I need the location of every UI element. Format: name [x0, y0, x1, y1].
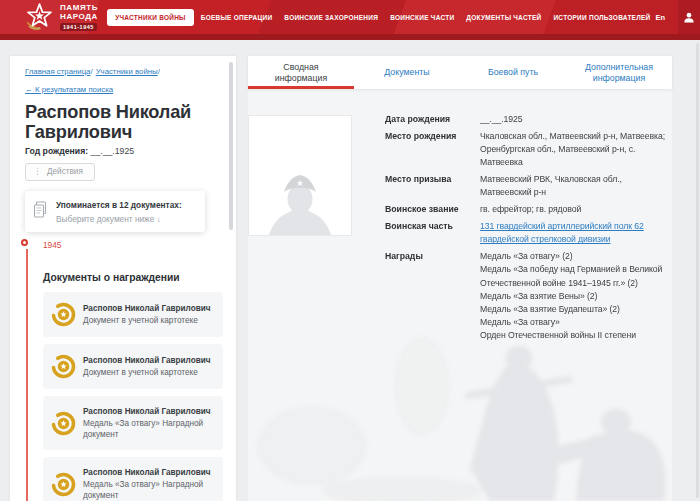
tab-label: Дополнительная информация — [574, 62, 664, 84]
document-card[interactable]: Распопов Николай Гаврилович Документ в у… — [43, 292, 223, 337]
tab[interactable]: Дополнительная информация — [566, 56, 672, 89]
document-card[interactable]: Распопов Николай Гаврилович Медаль «За о… — [43, 457, 223, 501]
tab-label: Документы — [384, 67, 429, 78]
birth-year-value: __.__.1925 — [91, 146, 134, 156]
document-title: Распопов Николай Гаврилович — [83, 355, 211, 366]
info-label: Место рождения — [385, 130, 480, 169]
info-value: Медаль «За отвагу» (2) Медаль «За победу… — [480, 250, 675, 341]
document-list: Распопов Николай Гаврилович Документ в у… — [43, 292, 223, 501]
sidebar-scrollbar[interactable] — [229, 62, 233, 230]
nav-item[interactable]: ВОИНСКИЕ ЗАХОРОНЕНИЯ — [279, 10, 383, 25]
tab[interactable]: Документы — [354, 56, 460, 89]
mentions-card: Упоминается в 12 документах: Выберите до… — [25, 191, 205, 232]
breadcrumb-separator: / — [158, 67, 160, 76]
document-title: Распопов Николай Гаврилович — [83, 303, 211, 314]
document-card[interactable]: Распопов Николай Гаврилович Медаль «За о… — [43, 396, 223, 450]
info-value: __.__.1925 — [480, 113, 675, 126]
document-subtitle: Документ в учетной картотеке — [83, 367, 211, 378]
summary-info-table: Дата рождения __.__.1925 Место рождения … — [385, 113, 675, 346]
info-label: Дата рождения — [385, 113, 480, 126]
info-label: Награды — [385, 250, 480, 341]
tab-label: Сводная информация — [256, 62, 346, 84]
user-menu-button[interactable] — [678, 0, 700, 34]
faded-soldiers-background-image — [248, 326, 672, 501]
document-card[interactable]: Распопов Николай Гаврилович Документ в у… — [43, 344, 223, 389]
nav-item[interactable]: ДОКУМЕНТЫ ЧАСТЕЙ — [461, 10, 546, 25]
timeline-line — [26, 249, 28, 501]
info-row: Место призыва Матвеевский РВК, Чкаловска… — [385, 173, 675, 199]
breadcrumb-separator: / — [90, 67, 92, 76]
mentions-subtitle: Выберите документ ниже ↓ — [56, 214, 182, 224]
medal-icon — [51, 302, 76, 327]
nav-item[interactable]: ИСТОРИИ ПОЛЬЗОВАТЕЛЕЙ — [548, 10, 655, 25]
page: ПАМЯТЬ НАРОДА 1941-1945 УЧАСТНИКИ ВОЙНЫБ… — [0, 0, 700, 501]
timeline-dot — [21, 239, 28, 246]
birth-year: Год рождения: __.__.1925 — [25, 146, 224, 156]
info-row: Дата рождения __.__.1925 — [385, 113, 675, 126]
info-row: Воинское звание гв. ефрейтор; гв. рядово… — [385, 203, 675, 216]
documents-icon — [33, 201, 48, 218]
actions-button-label: Действия — [47, 167, 83, 176]
awards-section-title: Документы о награждении — [43, 272, 224, 283]
logo-years-badge: 1941-1945 — [60, 23, 97, 31]
star-logo-icon — [24, 2, 55, 32]
document-title: Распопов Николай Гаврилович — [83, 467, 217, 478]
nav-item[interactable]: УЧАСТНИКИ ВОЙНЫ — [107, 9, 194, 26]
document-subtitle: Медаль «За отвагу» Наградной документ — [83, 479, 217, 501]
logo-text: ПАМЯТЬ НАРОДА 1941-1945 — [60, 3, 98, 31]
info-value: Чкаловская обл., Матвеевский р-н, Матвее… — [480, 130, 675, 169]
tab-label: Боевой путь — [488, 67, 538, 78]
soldier-silhouette-icon — [267, 159, 333, 235]
user-icon — [683, 11, 695, 24]
photo-placeholder — [248, 115, 352, 236]
info-row: Место рождения Чкаловская обл., Матвеевс… — [385, 130, 675, 169]
page-scrollbar[interactable] — [696, 43, 699, 498]
header: ПАМЯТЬ НАРОДА 1941-1945 УЧАСТНИКИ ВОЙНЫБ… — [0, 0, 700, 40]
tab[interactable]: Сводная информация — [248, 56, 354, 89]
timeline-year: 1945 — [43, 240, 61, 250]
sidebar: Главная страница/Участники войны/ ← К ре… — [10, 56, 236, 501]
info-value: Матвеевский РВК, Чкаловская обл., Матвее… — [480, 173, 675, 199]
nav-item[interactable]: ВОИНСКИЕ ЧАСТИ — [385, 10, 459, 25]
mentions-title: Упоминается в 12 документах: — [56, 200, 182, 211]
person-name: Распопов Николай Гаврилович — [25, 102, 224, 143]
info-value: гв. ефрейтор; гв. рядовой — [480, 203, 675, 216]
nav-item[interactable]: БОЕВЫЕ ОПЕРАЦИИ — [196, 10, 278, 25]
kebab-menu-icon: ⋮ — [33, 167, 42, 176]
main-nav: УЧАСТНИКИ ВОЙНЫБОЕВЫЕ ОПЕРАЦИИВОИНСКИЕ З… — [107, 9, 655, 26]
document-subtitle: Медаль «За отвагу» Наградной документ — [83, 418, 217, 440]
info-label: Воинская часть — [385, 220, 480, 246]
actions-button[interactable]: ⋮ Действия — [25, 163, 95, 181]
language-toggle[interactable]: En — [656, 13, 666, 22]
medal-icon — [51, 411, 76, 436]
tab[interactable]: Боевой путь — [460, 56, 566, 89]
info-label: Воинское звание — [385, 203, 480, 216]
info-row: Награды Медаль «За отвагу» (2) Медаль «З… — [385, 250, 675, 341]
back-to-results-link[interactable]: ← К результатам поиска — [25, 85, 113, 94]
breadcrumb: Главная страница/Участники войны/ — [25, 66, 224, 78]
info-row: Воинская часть 131 гвардейский артиллери… — [385, 220, 675, 246]
info-label: Место призыва — [385, 173, 480, 199]
breadcrumb-link[interactable]: Главная страница — [25, 67, 90, 76]
breadcrumb-link[interactable]: Участники войны — [96, 67, 158, 76]
page-body: Главная страница/Участники войны/ ← К ре… — [0, 40, 700, 501]
tab-bar: Сводная информацияДокументыБоевой путьДо… — [248, 56, 672, 89]
document-subtitle: Документ в учетной картотеке — [83, 315, 211, 326]
birth-year-label: Год рождения: — [25, 146, 88, 156]
site-logo[interactable]: ПАМЯТЬ НАРОДА 1941-1945 — [24, 2, 98, 32]
military-unit-link[interactable]: 131 гвардейский артиллерийский полк 62 г… — [480, 220, 675, 246]
document-title: Распопов Николай Гаврилович — [83, 406, 217, 417]
medal-icon — [51, 354, 76, 379]
medal-icon — [51, 472, 76, 497]
